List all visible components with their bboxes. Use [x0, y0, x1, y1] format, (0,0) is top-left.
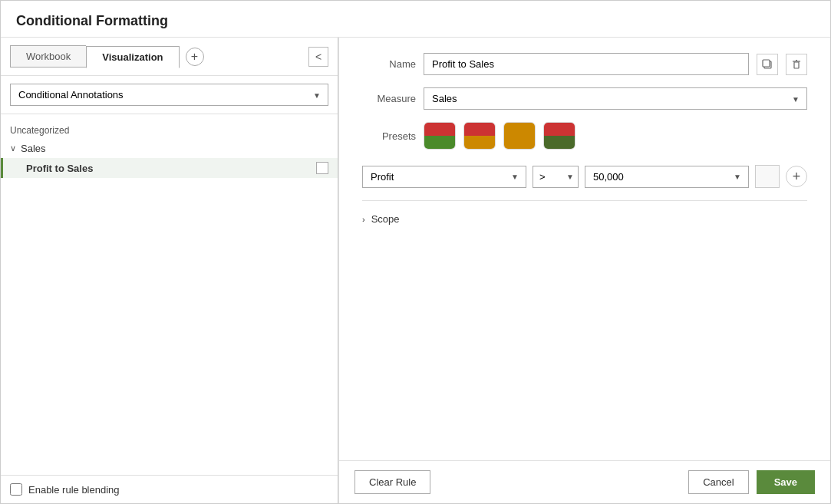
- preset-4-bottom: [544, 136, 575, 149]
- preset-3-top: [504, 123, 535, 136]
- chevron-down-icon: ∨: [10, 143, 16, 153]
- scope-label: Scope: [371, 213, 400, 225]
- clear-rule-button[interactable]: Clear Rule: [354, 470, 430, 494]
- uncategorized-label: Uncategorized: [1, 122, 338, 139]
- name-row: Name: [362, 53, 807, 75]
- preset-2-bottom: [464, 136, 495, 149]
- left-footer: Enable rule blending: [1, 475, 338, 503]
- field-select[interactable]: Profit: [362, 166, 526, 188]
- scope-chevron-icon: ›: [362, 215, 365, 224]
- delete-button[interactable]: [786, 54, 807, 75]
- preset-4-top: [544, 123, 575, 136]
- preset-2[interactable]: [463, 122, 496, 150]
- tab-visualization[interactable]: Visualization: [86, 46, 179, 68]
- operator-select-wrapper: >: [533, 166, 579, 188]
- preset-4[interactable]: [543, 122, 575, 150]
- condition-row: Profit > 50,000 +: [362, 165, 807, 201]
- tree-item-profit-to-sales-label: Profit to Sales: [26, 163, 93, 174]
- cancel-button[interactable]: Cancel: [688, 470, 748, 494]
- threshold-select-wrapper: 50,000: [585, 166, 749, 188]
- field-select-wrapper: Profit: [362, 166, 526, 188]
- svg-rect-2: [794, 62, 799, 68]
- threshold-select[interactable]: 50,000: [585, 166, 749, 188]
- save-button[interactable]: Save: [757, 470, 815, 494]
- annotations-dropdown[interactable]: Conditional Annotations: [10, 84, 328, 106]
- name-input[interactable]: [424, 53, 749, 75]
- footer-right-buttons: Cancel Save: [688, 470, 815, 494]
- annotations-dropdown-wrapper: Conditional Annotations: [10, 84, 328, 106]
- presets-row: Presets: [362, 122, 807, 150]
- add-tab-button[interactable]: +: [186, 48, 204, 66]
- item-checkbox[interactable]: [316, 162, 328, 174]
- title-bar: Conditional Formatting: [1, 1, 830, 38]
- svg-rect-1: [763, 60, 770, 67]
- content-area: Workbook Visualization + < Conditional A…: [1, 38, 830, 503]
- tree-item-sales[interactable]: ∨ Sales: [1, 139, 338, 158]
- add-condition-button[interactable]: +: [786, 166, 807, 187]
- measure-select-wrapper: Sales: [424, 87, 807, 110]
- operator-select[interactable]: >: [533, 166, 579, 188]
- scope-row[interactable]: › Scope: [362, 213, 807, 225]
- tree-item-profit-to-sales[interactable]: Profit to Sales: [1, 158, 338, 178]
- main-container: Conditional Formatting Workbook Visualiz…: [0, 0, 831, 504]
- preset-2-top: [464, 123, 495, 136]
- preset-1-bottom: [424, 136, 455, 149]
- trash-icon: [790, 58, 803, 71]
- duplicate-icon: [761, 58, 773, 71]
- page-title: Conditional Formatting: [16, 13, 815, 29]
- rule-blending-checkbox[interactable]: [10, 483, 22, 496]
- rule-blending-label: Enable rule blending: [28, 484, 120, 496]
- preset-1[interactable]: [424, 122, 456, 150]
- preset-3-bottom: [504, 136, 535, 149]
- left-panel: Workbook Visualization + < Conditional A…: [1, 38, 338, 503]
- presets-label: Presets: [362, 130, 416, 142]
- right-footer: Clear Rule Cancel Save: [339, 460, 830, 503]
- measure-row: Measure Sales: [362, 87, 807, 110]
- tab-workbook[interactable]: Workbook: [10, 45, 86, 68]
- duplicate-button[interactable]: [757, 54, 778, 75]
- preset-3[interactable]: [503, 122, 536, 150]
- name-label: Name: [362, 58, 416, 70]
- tab-row: Workbook Visualization + <: [1, 38, 338, 76]
- measure-select[interactable]: Sales: [424, 87, 807, 110]
- collapse-button[interactable]: <: [308, 47, 328, 67]
- measure-label: Measure: [362, 93, 416, 104]
- tree-area: Uncategorized ∨ Sales Profit to Sales: [1, 114, 338, 475]
- tree-item-sales-label: Sales: [21, 143, 46, 154]
- right-panel: Name: [339, 38, 830, 503]
- dropdown-row: Conditional Annotations: [1, 76, 338, 114]
- right-content: Name: [339, 38, 830, 460]
- color-swatch[interactable]: [755, 165, 780, 188]
- preset-1-top: [424, 123, 455, 136]
